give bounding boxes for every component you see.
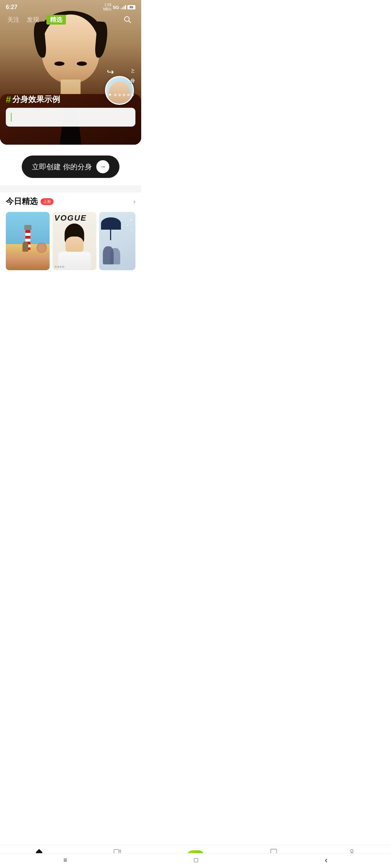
picks-more-icon[interactable]: › — [133, 198, 135, 205]
battery-indicator: 85 — [127, 5, 135, 9]
section-separator — [0, 185, 141, 192]
new-badge: 上新 — [41, 198, 54, 205]
umbrella-pole — [110, 229, 111, 240]
signal-bar-4 — [125, 5, 126, 9]
eye-left — [54, 61, 64, 66]
snowflake-2 — [127, 225, 128, 226]
vogue-face — [66, 237, 84, 253]
person-figure — [22, 242, 28, 252]
pick-item-lighthouse[interactable] — [6, 212, 50, 270]
snowflake-3 — [131, 230, 133, 231]
picks-header: 今日精选 上新 › — [6, 196, 135, 207]
lighthouse-cap — [24, 225, 31, 230]
vogue-person-container — [58, 224, 91, 270]
ai-label-text: AI 分身 — [129, 69, 136, 75]
network-gen: 5G — [113, 5, 119, 10]
create-avatar-button[interactable]: 立即创建 你的分身 → — [22, 156, 119, 178]
vogue-image: VOGUE GADO — [52, 212, 96, 270]
text-cursor — [11, 113, 12, 122]
person-silhouette-2 — [110, 248, 120, 264]
create-btn-area: 立即创建 你的分身 → — [0, 145, 141, 185]
picks-grid: VOGUE GADO — [6, 212, 135, 270]
status-right: 1.59 MB/s 5G 85 — [103, 3, 135, 12]
tab-discover[interactable]: 发现 — [27, 16, 39, 24]
hashtag-title: # 分身效果示例 — [6, 94, 135, 105]
picks-header-left: 今日精选 上新 — [6, 196, 54, 207]
network-speed: 1.59 MB/s — [103, 3, 112, 12]
search-button[interactable] — [121, 13, 134, 26]
picks-section: 今日精选 上新 › VOGUE — [0, 192, 141, 270]
search-icon — [123, 15, 132, 24]
hash-symbol: # — [6, 95, 11, 104]
eye-right — [77, 61, 87, 66]
hashtag-section: # 分身效果示例 — [6, 94, 135, 127]
nav-tabs: 关注 发现 精选 — [7, 15, 66, 25]
create-btn-arrow-icon: → — [96, 160, 109, 173]
page-root: 6:27 1.59 MB/s 5G 85 关注 发现 精选 — [0, 0, 141, 314]
tab-follow[interactable]: 关注 — [7, 16, 20, 24]
arrow-pointer-icon: ↩ — [107, 67, 114, 77]
snowflake-1 — [130, 219, 132, 221]
signal-bars — [121, 5, 126, 9]
hashtag-input-box[interactable] — [6, 108, 135, 127]
picks-title: 今日精选 — [6, 196, 38, 207]
status-bar: 6:27 1.59 MB/s 5G 85 — [0, 0, 141, 13]
signal-bar-2 — [122, 7, 123, 9]
pick-item-umbrella[interactable] — [99, 212, 135, 270]
signal-bar-1 — [121, 8, 122, 9]
pick-item-vogue[interactable]: VOGUE GADO — [52, 212, 96, 270]
battery-level: 85 — [130, 5, 133, 9]
status-time: 6:27 — [6, 4, 17, 10]
vogue-brand-text: GADO — [55, 265, 65, 268]
umbrella-canopy — [101, 217, 121, 230]
svg-line-1 — [129, 21, 131, 23]
sun-element — [37, 243, 47, 253]
signal-bar-3 — [123, 6, 125, 9]
hero-area: 6:27 1.59 MB/s 5G 85 关注 发现 精选 — [0, 0, 141, 145]
tab-featured[interactable]: 精选 — [46, 15, 66, 25]
vogue-title-text: VOGUE — [54, 214, 94, 222]
create-btn-label: 立即创建 你的分身 — [32, 162, 92, 172]
hashtag-text: 分身效果示例 — [12, 94, 60, 105]
umbrella-image — [99, 212, 135, 270]
lighthouse-image — [6, 212, 50, 270]
